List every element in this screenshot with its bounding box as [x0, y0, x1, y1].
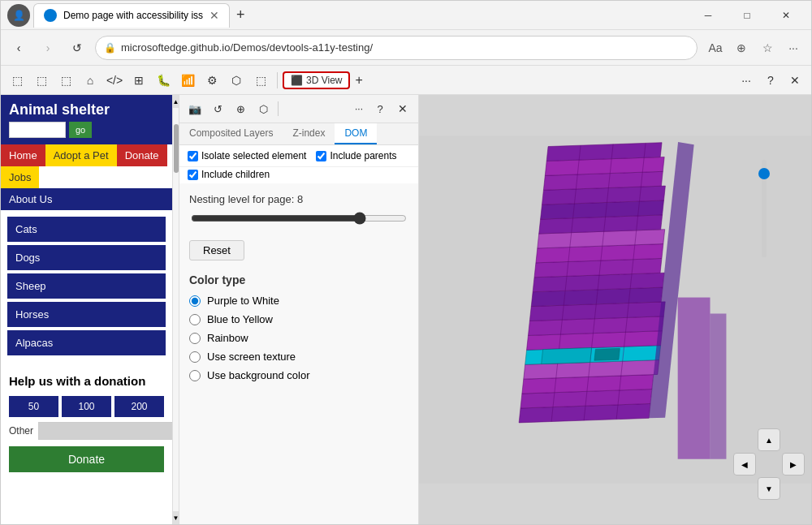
animal-item-horses[interactable]: Horses [7, 302, 166, 327]
animal-item-alpacas[interactable]: Alpacas [7, 330, 166, 355]
include-parents-input[interactable] [316, 151, 326, 161]
bug-button[interactable]: 🐛 [152, 69, 175, 92]
help-toolbar-button[interactable]: ? [759, 69, 782, 92]
v-slider-track [762, 160, 767, 257]
isolate-selected-checkbox[interactable]: Isolate selected element [188, 150, 306, 161]
radio-purple[interactable]: Purple to White [189, 295, 408, 307]
refresh-icon-button[interactable]: ↺ [207, 98, 228, 119]
nav-down-button[interactable]: ▼ [758, 477, 780, 500]
new-tab-button[interactable]: + [233, 6, 248, 24]
wifi-button[interactable]: 📶 [176, 69, 199, 92]
include-parents-checkbox[interactable]: Include parents [316, 150, 396, 161]
amount-200-button[interactable]: 200 [114, 396, 164, 417]
active-tab[interactable]: Demo page with accessibility iss ✕ [33, 3, 230, 28]
home-toolbar-button[interactable]: ⌂ [79, 69, 102, 92]
forward-button[interactable]: › [37, 37, 59, 59]
radio-screen-input[interactable] [189, 351, 201, 363]
nav-right-button[interactable]: ▶ [782, 453, 805, 476]
3d-view-vertical-slider[interactable] [762, 160, 767, 257]
devtools-help-button[interactable]: ? [369, 98, 391, 119]
profile-icon[interactable]: 👤 [7, 4, 30, 27]
nav-item-donate[interactable]: Donate [117, 144, 167, 166]
nav-item-about[interactable]: About Us [1, 188, 172, 210]
toolbar-separator [277, 72, 278, 88]
site-title: Animal shelter [9, 101, 164, 118]
layers-icon-button[interactable]: ⬡ [253, 98, 274, 119]
add-panel-button[interactable]: + [352, 73, 365, 88]
nav-item-home[interactable]: Home [1, 144, 45, 166]
isolate-selected-input[interactable] [188, 151, 198, 161]
minimize-button[interactable]: ─ [689, 2, 727, 28]
scroll-knob[interactable] [174, 124, 179, 173]
include-children-input[interactable] [188, 170, 198, 180]
refresh-button[interactable]: ↺ [66, 37, 89, 59]
devtools-toolbar: ⬚ ⬚ ⬚ ⌂ </> ⊞ 🐛 📶 ⚙ ⬡ ⬚ ⬛ 3D View + ··· … [1, 66, 811, 95]
devtools-more-button[interactable]: ··· [350, 98, 368, 119]
window-controls: ─ □ ✕ [689, 2, 805, 28]
layers-button[interactable]: ⬡ [225, 69, 248, 92]
more-button[interactable]: ··· [782, 37, 805, 59]
nav-item-adopt[interactable]: Adopt a Pet [45, 144, 117, 166]
search-go-button[interactable]: go [69, 122, 92, 138]
storage-button[interactable]: ⬚ [249, 69, 272, 92]
device-toolbar-button[interactable]: ⬚ [30, 69, 53, 92]
add-to-favorites-button[interactable]: ⊕ [730, 37, 753, 59]
favorites-button[interactable]: ☆ [756, 37, 779, 59]
tab-dom[interactable]: DOM [335, 123, 377, 144]
nesting-slider[interactable] [191, 212, 407, 225]
sources-button[interactable]: </> [103, 69, 126, 92]
elements-button[interactable]: ⬚ [54, 69, 77, 92]
more-tools-button[interactable]: ··· [735, 69, 758, 92]
cursor-icon-button[interactable]: ⊕ [230, 98, 251, 119]
donate-button[interactable]: Donate [9, 446, 164, 472]
settings-button[interactable]: ⚙ [201, 69, 223, 92]
other-amount-input[interactable] [38, 422, 172, 440]
reset-button[interactable]: Reset [189, 240, 244, 260]
amount-100-button[interactable]: 100 [62, 396, 111, 417]
nav-left-button[interactable]: ◀ [733, 453, 756, 476]
site-header: Animal shelter go [1, 95, 172, 144]
nav-empty-tr [782, 428, 805, 451]
nav-up-button[interactable]: ▲ [758, 428, 780, 451]
reader-view-button[interactable]: Aa [704, 37, 727, 59]
include-children-label: Include children [201, 169, 270, 180]
animal-item-dogs[interactable]: Dogs [7, 245, 166, 270]
radio-bg-label: Use background color [207, 369, 309, 381]
back-button[interactable]: ‹ [7, 37, 30, 59]
radio-bg[interactable]: Use background color [189, 369, 408, 381]
scrollbar[interactable]: ▲ ▼ [172, 95, 179, 524]
radio-purple-input[interactable] [189, 295, 201, 307]
animal-list: Cats Dogs Sheep Horses Alpacas [1, 210, 172, 365]
website-panel: Animal shelter go Home Adopt a Pet Donat… [1, 95, 179, 524]
close-devtools-button[interactable]: ✕ [784, 69, 806, 92]
content-area: Animal shelter go Home Adopt a Pet Donat… [1, 95, 811, 524]
include-children-checkbox[interactable]: Include children [188, 169, 270, 180]
scroll-down-button[interactable]: ▼ [173, 511, 179, 524]
devtools-tabs: Composited Layers Z-index DOM [179, 123, 418, 145]
screenshot-icon-button[interactable]: 📷 [184, 98, 205, 119]
maximize-button[interactable]: □ [728, 2, 766, 28]
search-input[interactable] [9, 122, 66, 138]
close-button[interactable]: ✕ [767, 2, 805, 28]
nav-item-jobs[interactable]: Jobs [1, 166, 39, 188]
radio-rainbow[interactable]: Rainbow [189, 332, 408, 344]
radio-blue-input[interactable] [189, 314, 201, 325]
close-tab-icon[interactable]: ✕ [209, 9, 219, 22]
devtools-close-button[interactable]: ✕ [392, 98, 413, 119]
network-button[interactable]: ⊞ [127, 69, 150, 92]
radio-screen[interactable]: Use screen texture [189, 351, 408, 363]
radio-bg-input[interactable] [189, 370, 201, 381]
radio-blue[interactable]: Blue to Yellow [189, 313, 408, 325]
3d-view-button[interactable]: ⬛ 3D View [283, 71, 350, 89]
radio-rainbow-input[interactable] [189, 333, 201, 344]
tab-zindex[interactable]: Z-index [283, 123, 335, 144]
address-actions: Aa ⊕ ☆ ··· [704, 37, 805, 59]
animal-item-sheep[interactable]: Sheep [7, 273, 166, 299]
animal-item-cats[interactable]: Cats [7, 217, 166, 242]
tab-composited-layers[interactable]: Composited Layers [179, 123, 283, 144]
amount-50-button[interactable]: 50 [9, 396, 58, 417]
url-bar[interactable]: 🔒 microsoftedge.github.io/Demos/devtools… [95, 36, 698, 60]
scroll-up-button[interactable]: ▲ [173, 95, 179, 108]
inspect-element-button[interactable]: ⬚ [6, 69, 28, 92]
v-slider-thumb[interactable] [758, 168, 770, 179]
